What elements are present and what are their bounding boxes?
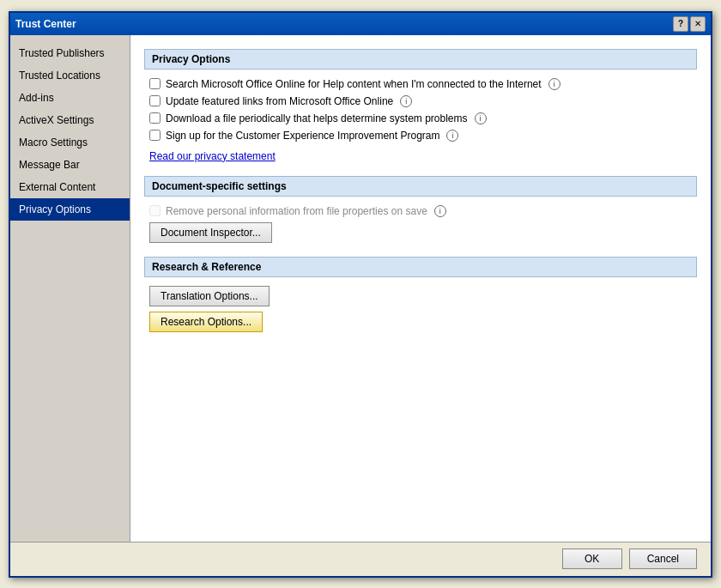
checkbox-label-2: Update featured links from Microsoft Off…	[166, 95, 393, 107]
checkbox-row-3: Download a file periodically that helps …	[144, 112, 697, 124]
document-inspector-button[interactable]: Document Inspector...	[149, 222, 272, 243]
checkbox-label-1: Search Microsoft Office Online for Help …	[166, 78, 542, 90]
sidebar-item-privacy-options[interactable]: Privacy Options	[10, 198, 130, 221]
checkbox-row-2: Update featured links from Microsoft Off…	[144, 95, 697, 107]
title-bar-buttons: ? ✕	[673, 16, 706, 32]
checkbox-ceip[interactable]	[149, 130, 161, 141]
trust-center-dialog: Trust Center ? ✕ Trusted Publishers Trus…	[9, 11, 712, 578]
sidebar-item-add-ins[interactable]: Add-ins	[10, 87, 130, 109]
research-buttons: Translation Options... Research Options.…	[144, 286, 697, 337]
doc-specific-header: Document-specific settings	[144, 176, 697, 197]
grayed-checkbox-row: Remove personal information from file pr…	[144, 205, 697, 217]
checkbox-office-online-help[interactable]	[149, 78, 161, 89]
info-icon-1: i	[548, 78, 560, 90]
checkbox-label-4: Sign up for the Customer Experience Impr…	[166, 130, 439, 142]
sidebar-item-external-content[interactable]: External Content	[10, 176, 130, 198]
checkbox-featured-links[interactable]	[149, 95, 161, 106]
research-header: Research & Reference	[144, 257, 697, 277]
research-section: Research & Reference Translation Options…	[144, 257, 697, 337]
privacy-statement-link[interactable]: Read our privacy statement	[149, 150, 276, 162]
help-button[interactable]: ?	[673, 16, 688, 32]
sidebar-item-trusted-locations[interactable]: Trusted Locations	[10, 64, 130, 87]
info-icon-4: i	[446, 130, 458, 142]
checkbox-row-4: Sign up for the Customer Experience Impr…	[144, 130, 697, 142]
dialog-body: Trusted Publishers Trusted Locations Add…	[10, 35, 711, 542]
title-bar: Trust Center ? ✕	[10, 13, 711, 35]
ok-button[interactable]: OK	[562, 549, 622, 569]
dialog-title: Trust Center	[15, 18, 76, 30]
sidebar-item-activex-settings[interactable]: ActiveX Settings	[10, 109, 130, 131]
doc-specific-section: Document-specific settings Remove person…	[144, 176, 697, 248]
privacy-options-header: Privacy Options	[144, 49, 697, 70]
main-content: Privacy Options Search Microsoft Office …	[130, 35, 711, 542]
info-icon-2: i	[400, 95, 412, 107]
research-options-button[interactable]: Research Options...	[149, 312, 263, 332]
translation-options-button[interactable]: Translation Options...	[149, 286, 270, 306]
grayed-checkbox-label: Remove personal information from file pr…	[166, 205, 427, 217]
sidebar-item-trusted-publishers[interactable]: Trusted Publishers	[10, 42, 130, 64]
close-button[interactable]: ✕	[690, 16, 706, 32]
privacy-options-section: Privacy Options Search Microsoft Office …	[144, 49, 697, 162]
checkbox-download-file[interactable]	[149, 112, 161, 124]
checkbox-remove-personal-info	[149, 205, 161, 216]
sidebar-item-message-bar[interactable]: Message Bar	[10, 154, 130, 176]
dialog-footer: OK Cancel	[10, 542, 711, 576]
checkbox-row-1: Search Microsoft Office Online for Help …	[144, 78, 697, 90]
checkbox-label-3: Download a file periodically that helps …	[166, 112, 468, 124]
sidebar-item-macro-settings[interactable]: Macro Settings	[10, 131, 130, 154]
info-icon-5: i	[434, 205, 446, 217]
info-icon-3: i	[475, 112, 487, 124]
sidebar: Trusted Publishers Trusted Locations Add…	[10, 35, 130, 542]
cancel-button[interactable]: Cancel	[629, 549, 697, 569]
